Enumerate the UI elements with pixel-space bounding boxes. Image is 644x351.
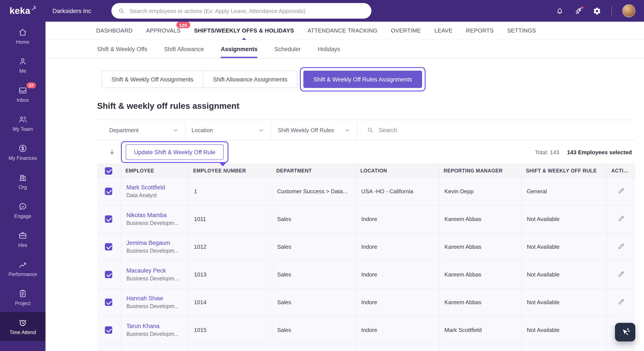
main-nav-overtime[interactable]: OVERTIME xyxy=(391,27,421,34)
total-count: Total: 143 xyxy=(535,149,559,155)
sub-nav: Shift & Weekly Offs Shift Allowance Assi… xyxy=(46,40,644,58)
employee-number-cell: 1 xyxy=(188,178,272,205)
employee-name-link[interactable]: Macauley Peck xyxy=(126,267,166,274)
employee-role: Business Developm... xyxy=(126,248,183,254)
whats-new-rocket-icon[interactable] xyxy=(574,7,582,15)
shift-weekly-off-rules-filter-dropdown[interactable]: Shift Weekly Off Rules xyxy=(271,120,357,140)
edit-pencil-icon[interactable] xyxy=(617,270,625,278)
tab-holidays[interactable]: Holidays xyxy=(318,40,340,58)
tab-scheduler[interactable]: Scheduler xyxy=(274,40,301,58)
location-filter-dropdown[interactable]: Location xyxy=(186,120,271,140)
tab-label: Shift Allowance xyxy=(164,46,204,52)
main-nav-label: SHIFTS/WEEKLY OFFS & HOLIDAYS xyxy=(194,27,294,34)
settings-gear-icon[interactable] xyxy=(593,7,601,15)
sidebar-item-engage[interactable]: Engage xyxy=(0,196,46,225)
tab-shift-allowance[interactable]: Shift Allowance xyxy=(164,40,204,58)
table-row: Sarah Jayne 1016 Sales Indore Kareem Abb… xyxy=(97,344,635,351)
annotation-highlight-segment: Shift & Weekly Off Rules Assignments xyxy=(300,67,425,92)
sidebar-item-my-team[interactable]: My Team xyxy=(0,109,46,138)
employee-name-link[interactable]: Tarun Khana xyxy=(126,323,160,329)
sidebar-item-me[interactable]: Me xyxy=(0,51,46,80)
sidebar-item-time-attend[interactable]: Time Attend xyxy=(0,312,46,341)
segment-shift-allowance-assignments[interactable]: Shift Allowance Assignments xyxy=(204,71,298,88)
global-search[interactable] xyxy=(112,3,372,19)
actions-cell xyxy=(607,261,635,288)
segment-shift-weekly-off-assignments[interactable]: Shift & Weekly Off Assignments xyxy=(102,71,204,88)
filter-bar: Department Location Shift Weekly Off Rul… xyxy=(97,120,635,140)
sidebar-item-my-finances[interactable]: My Finances xyxy=(0,138,46,167)
table-search[interactable] xyxy=(357,120,635,140)
row-checkbox[interactable] xyxy=(105,298,112,306)
edit-pencil-icon[interactable] xyxy=(617,187,625,194)
employee-cell: Tarun Khana Business Developm... xyxy=(121,316,188,344)
sidebar-item-inbox[interactable]: 37 Inbox xyxy=(0,80,46,109)
time-attend-icon xyxy=(18,318,27,327)
main-nav-attendance-tracking[interactable]: ATTENDANCE TRACKING xyxy=(308,27,378,34)
edit-pencil-icon[interactable] xyxy=(617,242,625,250)
global-search-input[interactable] xyxy=(129,7,365,14)
shift-weekly-off-rule-cell: Not Available xyxy=(521,233,607,261)
main-nav-dashboard[interactable]: DASHBOARD xyxy=(96,27,132,34)
main-nav-label: ATTENDANCE TRACKING xyxy=(308,27,378,34)
arrow-down-icon[interactable] xyxy=(108,148,116,156)
search-icon xyxy=(367,126,374,134)
tab-label: Holidays xyxy=(318,46,340,52)
sidebar-item-org[interactable]: Org xyxy=(0,167,46,196)
shift-weekly-off-rule-cell: Not Available xyxy=(521,205,607,233)
main-nav-reports[interactable]: REPORTS xyxy=(466,27,494,34)
department-cell: Sales xyxy=(272,344,356,351)
location-cell: Indore xyxy=(356,316,439,344)
employee-cell: Hannah Shaw Business Developm... xyxy=(121,288,188,316)
annotation-highlight-update-button: Update Shift & Weekly Off Rule xyxy=(121,141,228,163)
employee-name-link[interactable]: Jemima Begaum xyxy=(126,240,170,246)
user-avatar[interactable] xyxy=(622,4,635,17)
row-select-cell xyxy=(97,344,121,351)
sidebar-item-label: Org xyxy=(19,184,27,190)
ai-assistant-button[interactable] xyxy=(615,323,635,342)
row-checkbox[interactable] xyxy=(105,188,112,195)
main-nav-approvals[interactable]: APPROVALS 120 xyxy=(146,27,180,34)
sidebar-item-home[interactable]: Home xyxy=(0,22,46,51)
sidebar-nav: Home Me 37 Inbox xyxy=(0,22,46,351)
employee-name-link[interactable]: Hannah Shaw xyxy=(126,295,163,302)
table-row: Macauley Peck Business Developm... 1013 … xyxy=(97,261,635,288)
page-title: Shift & weekly off rules assignment xyxy=(97,101,635,111)
sidebar-item-project[interactable]: Project xyxy=(0,283,46,312)
table-row: Hannah Shaw Business Developm... 1014 Sa… xyxy=(97,288,635,316)
tab-assignments[interactable]: Assignments xyxy=(221,40,258,58)
sidebar-item-performance[interactable]: Performance xyxy=(0,254,46,283)
sidebar-item-label: Inbox xyxy=(17,98,29,103)
row-checkbox[interactable] xyxy=(105,271,112,278)
reporting-manager-cell: Kevin Depp xyxy=(439,178,521,205)
segment-shift-weekly-off-rules-assignments[interactable]: Shift & Weekly Off Rules Assignments xyxy=(303,71,422,88)
update-shift-weekly-off-rule-button[interactable]: Update Shift & Weekly Off Rule xyxy=(126,144,224,160)
department-filter-dropdown[interactable]: Department xyxy=(97,120,186,140)
chevron-down-icon xyxy=(344,127,350,133)
row-checkbox[interactable] xyxy=(105,215,112,223)
location-cell: Indore xyxy=(356,233,439,261)
row-checkbox[interactable] xyxy=(105,326,112,334)
sidebar-item-label: My Finances xyxy=(9,156,37,161)
sidebar-item-hire[interactable]: Hire xyxy=(0,225,46,254)
location-cell: USA -HO - California xyxy=(356,178,439,205)
sidebar-item-label: Me xyxy=(19,68,26,74)
employee-name-link[interactable]: Nikolas Mamba xyxy=(126,212,167,218)
keka-logo-text: keka xyxy=(10,6,30,16)
row-checkbox[interactable] xyxy=(105,243,112,250)
main-nav-shifts-weekly-offs-holidays[interactable]: SHIFTS/WEEKLY OFFS & HOLIDAYS xyxy=(194,27,294,34)
employee-cell: Nikolas Mamba Business Developm... xyxy=(121,205,188,233)
select-all-checkbox[interactable] xyxy=(105,167,112,174)
employee-cell: Mark Scottfield Data Analyst xyxy=(121,178,188,205)
edit-pencil-icon[interactable] xyxy=(617,215,625,222)
main-nav-leave[interactable]: LEAVE xyxy=(434,27,452,34)
keka-logo[interactable]: keka xyxy=(0,0,46,22)
employee-cell: Jemima Begaum Business Developm... xyxy=(121,233,188,261)
department-cell: Sales xyxy=(272,261,356,288)
table-search-input[interactable] xyxy=(378,126,635,134)
edit-pencil-icon[interactable] xyxy=(617,298,625,305)
page-root: keka Home Me xyxy=(0,0,644,351)
tab-shift-weekly-offs[interactable]: Shift & Weekly Offs xyxy=(97,40,147,58)
employee-name-link[interactable]: Mark Scottfield xyxy=(126,184,165,191)
notifications-bell-icon[interactable] xyxy=(556,7,564,15)
main-nav-settings[interactable]: SETTINGS xyxy=(507,27,536,34)
